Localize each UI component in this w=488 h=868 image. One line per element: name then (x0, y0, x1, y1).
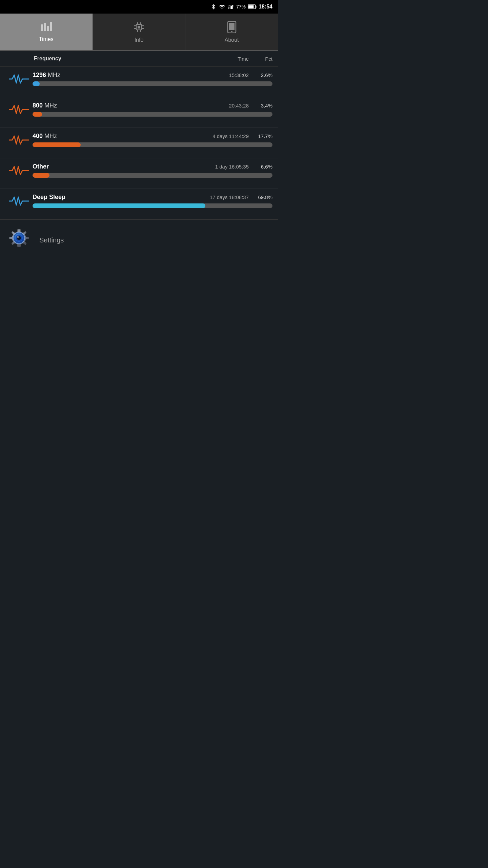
freq-row-other: Other 1 day 16:05:35 6.6% (0, 158, 278, 189)
pulse-icon-other (5, 163, 33, 177)
progress-fill-other (33, 173, 49, 178)
progress-fill-deepsleep (33, 203, 205, 208)
svg-rect-10 (50, 22, 52, 31)
freq-pct-1296: 2.6% (249, 72, 272, 78)
progress-fill-400 (33, 142, 81, 147)
cpu-icon (133, 21, 145, 35)
pulse-icon-deepsleep (5, 194, 33, 208)
pulse-icon-400 (5, 133, 33, 147)
freq-pct-deepsleep: 69.8% (249, 194, 272, 200)
freq-time-other: 1 day 16:05:35 (195, 164, 249, 170)
svg-rect-12 (138, 26, 140, 28)
status-bar: 77% 18:54 (0, 0, 278, 14)
tab-times-label: Times (39, 36, 54, 42)
freq-name-other: Other (33, 163, 195, 170)
freq-row-400: 400 MHz 4 days 11:44:29 17.7% (0, 128, 278, 158)
tab-bar: Times Info (0, 14, 278, 51)
freq-info-deepsleep: Deep Sleep 17 days 18:08:37 69.8% (33, 194, 272, 208)
status-icons: 77% 18:54 (210, 4, 272, 10)
freq-time-400: 4 days 11:44:29 (195, 133, 249, 139)
bluetooth-icon (210, 4, 217, 10)
svg-rect-8 (44, 23, 46, 31)
svg-rect-3 (232, 5, 233, 9)
svg-rect-5 (256, 6, 257, 8)
header-pct: Pct (249, 56, 272, 62)
svg-rect-1 (230, 6, 230, 9)
tab-about[interactable]: About (185, 14, 278, 50)
freq-pct-other: 6.6% (249, 164, 272, 170)
table-header: Frequency Time Pct (0, 51, 278, 67)
header-frequency: Frequency (34, 56, 195, 62)
svg-rect-2 (231, 6, 232, 9)
status-time: 18:54 (259, 4, 272, 10)
freq-time-1296: 15:38:02 (195, 72, 249, 78)
pulse-icon-800 (5, 102, 33, 116)
tab-info-label: Info (135, 37, 144, 43)
battery-percentage: 77% (236, 4, 246, 9)
freq-name-deepsleep: Deep Sleep (33, 194, 195, 201)
settings-row[interactable]: Settings (0, 219, 278, 260)
bar-chart-icon (39, 22, 53, 34)
wifi-icon (219, 4, 225, 10)
freq-name-400: 400 MHz (33, 133, 195, 140)
progress-bg-800 (33, 112, 272, 117)
svg-rect-0 (228, 7, 229, 9)
svg-rect-22 (229, 23, 235, 30)
svg-rect-6 (248, 5, 254, 8)
freq-info-800: 800 MHz 20:43:28 3.4% (33, 102, 272, 117)
progress-bg-400 (33, 142, 272, 147)
tab-info[interactable]: Info (93, 14, 186, 50)
svg-rect-9 (47, 26, 49, 31)
progress-bg-deepsleep (33, 203, 272, 208)
freq-pct-800: 3.4% (249, 103, 272, 108)
freq-row-800: 800 MHz 20:43:28 3.4% (0, 97, 278, 128)
battery-icon (248, 4, 257, 9)
freq-time-deepsleep: 17 days 18:08:37 (195, 194, 249, 200)
settings-label: Settings (39, 236, 64, 244)
freq-row-1296: 1296 MHz 15:38:02 2.6% (0, 67, 278, 97)
freq-name-1296: 1296 MHz (33, 72, 195, 79)
tab-times[interactable]: Times (0, 14, 93, 50)
progress-bg-1296 (33, 81, 272, 86)
freq-info-other: Other 1 day 16:05:35 6.6% (33, 163, 272, 178)
progress-bg-other (33, 173, 272, 178)
freq-time-800: 20:43:28 (195, 103, 249, 108)
freq-info-400: 400 MHz 4 days 11:44:29 17.7% (33, 133, 272, 147)
freq-name-800: 800 MHz (33, 102, 195, 109)
progress-fill-1296 (33, 81, 40, 86)
signal-icon (227, 4, 234, 10)
settings-gear-icon (5, 226, 33, 254)
freq-pct-400: 17.7% (249, 133, 272, 139)
tab-about-label: About (225, 37, 239, 43)
freq-info-1296: 1296 MHz 15:38:02 2.6% (33, 72, 272, 86)
freq-row-deepsleep: Deep Sleep 17 days 18:08:37 69.8% (0, 189, 278, 219)
svg-point-23 (231, 31, 232, 32)
settings-icon-container (5, 226, 33, 254)
progress-fill-800 (33, 112, 42, 117)
phone-icon (227, 21, 237, 35)
svg-rect-7 (41, 24, 43, 31)
content-area: Frequency Time Pct 1296 MHz 15:38:02 2.6… (0, 51, 278, 260)
pulse-icon-1296 (5, 72, 33, 86)
header-time: Time (195, 56, 249, 62)
svg-point-29 (17, 236, 19, 238)
